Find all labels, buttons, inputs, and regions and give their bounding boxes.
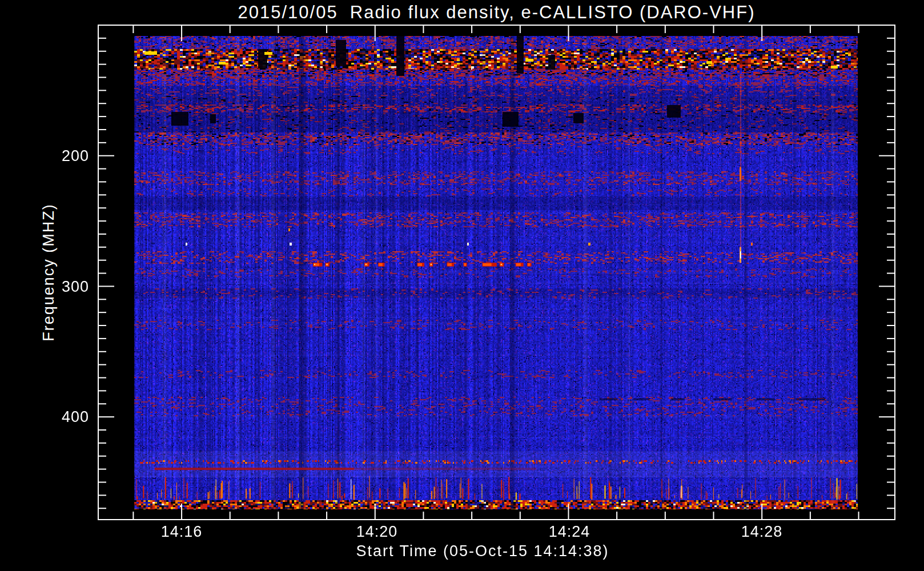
x-tick-label: 14:28	[722, 523, 802, 541]
x-axis-label: Start Time (05-Oct-15 14:14:38)	[98, 542, 867, 560]
y-tick-label: 400	[50, 408, 89, 425]
x-tick-label: 14:24	[529, 523, 609, 541]
axes-frame	[0, 0, 924, 571]
y-tick-label: 300	[50, 278, 89, 295]
x-tick-label: 14:16	[142, 523, 222, 541]
x-tick-label: 14:20	[337, 523, 417, 541]
y-tick-label: 200	[50, 147, 89, 164]
spectrogram-figure: 2015/10/05 Radio flux density, e-CALLIST…	[0, 0, 924, 571]
